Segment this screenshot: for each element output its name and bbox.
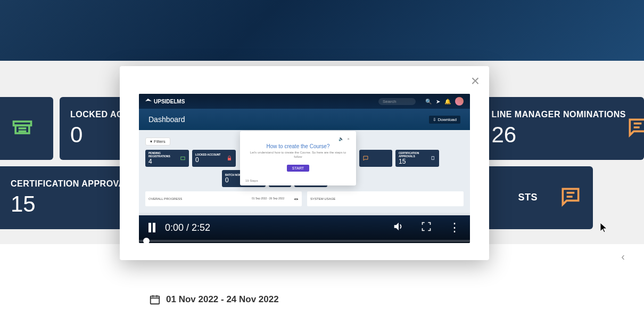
close-button[interactable]: × — [471, 72, 480, 90]
fullscreen-icon[interactable] — [421, 221, 432, 235]
svg-rect-15 — [181, 157, 185, 159]
stat-card-line-manager[interactable]: LINE MANAGER NOMINATIONS 26 — [481, 97, 644, 160]
video-subbar: Dashboard ⇩ Download — [139, 109, 470, 130]
date-range-text: 01 Nov 2022 - 24 Nov 2022 — [166, 294, 279, 305]
archive-icon — [11, 116, 34, 141]
start-button[interactable]: START — [287, 165, 309, 172]
progress-bar[interactable] — [139, 240, 470, 242]
send-icon[interactable]: ➤ — [436, 99, 440, 104]
popup-subtitle: Let's understand how to create the Cours… — [246, 151, 350, 159]
bell-icon[interactable]: 🔔 — [444, 99, 451, 104]
video-app-topbar: UPSIDELMS 🔍 ➤ 🔔 — [139, 94, 470, 109]
stat-suffix: STS — [518, 192, 538, 204]
dashboard-title: Dashboard — [148, 115, 185, 124]
topbar-icons: 🔍 ➤ 🔔 — [425, 97, 464, 106]
comment-icon — [559, 185, 582, 211]
calendar-icon — [149, 294, 161, 305]
date-range[interactable]: 01 Nov 2022 - 24 Nov 2022 — [149, 294, 644, 305]
page-banner — [0, 0, 644, 61]
progress-handle[interactable] — [143, 238, 150, 243]
stat-title: LINE MANAGER NOMINATIONS — [491, 109, 626, 119]
cursor-icon — [600, 223, 609, 236]
video-player[interactable]: UPSIDELMS 🔍 ➤ 🔔 Dashboard ⇩ Download ▾ F… — [139, 94, 470, 243]
mini-card[interactable]: CERTIFICATION APPROVALS15 — [395, 150, 439, 167]
pause-button[interactable] — [148, 223, 155, 232]
lock-icon — [226, 155, 233, 162]
mini-card[interactable]: PENDING REGISTRATIONS4 — [145, 150, 189, 167]
search-input[interactable] — [378, 98, 416, 105]
download-button[interactable]: ⇩ Download — [429, 116, 460, 124]
close-icon[interactable]: × — [347, 136, 350, 141]
video-body: ▾ Filters PENDING REGISTRATIONS4 LOCKED … — [139, 130, 470, 215]
chevron-left-icon[interactable]: ‹ — [621, 251, 625, 263]
popup-steps: 19 Steps — [245, 179, 258, 182]
stat-card-partial-left — [0, 97, 53, 160]
video-controls: 0:00 / 2:52 ⋮ — [139, 212, 470, 243]
brand-logo: UPSIDELMS — [145, 99, 185, 104]
filters-button[interactable]: ▾ Filters — [145, 138, 170, 146]
stat-title: CERTIFICATION APPROVALS — [11, 179, 136, 189]
mute-icon[interactable]: 🔈 — [338, 136, 344, 141]
video-modal: × UPSIDELMS 🔍 ➤ 🔔 Dashboard ⇩ Do — [120, 66, 489, 260]
avatar[interactable] — [455, 97, 464, 106]
mini-card[interactable]: LOCKED ACCOUNT0 — [192, 150, 236, 167]
video-time: 0:00 / 2:52 — [165, 222, 210, 233]
stat-value: 26 — [491, 122, 626, 148]
certificate-icon — [431, 155, 436, 162]
comment-icon — [362, 155, 369, 162]
comment-icon — [626, 116, 644, 141]
tutorial-popup: 🔈 × How to create the Course? Let's unde… — [240, 131, 356, 185]
stat-value: 15 — [11, 191, 136, 217]
search-icon[interactable]: 🔍 — [425, 99, 432, 104]
svg-rect-16 — [228, 158, 231, 160]
popup-title: How to create the Course? — [246, 143, 350, 149]
mini-card[interactable] — [359, 150, 392, 167]
archive-icon — [180, 155, 186, 162]
svg-rect-11 — [151, 296, 160, 304]
svg-rect-17 — [432, 157, 434, 160]
more-icon[interactable]: ⋮ — [449, 221, 460, 235]
volume-icon[interactable] — [392, 221, 404, 235]
system-usage-section: SYSTEM USAGE — [307, 191, 464, 206]
